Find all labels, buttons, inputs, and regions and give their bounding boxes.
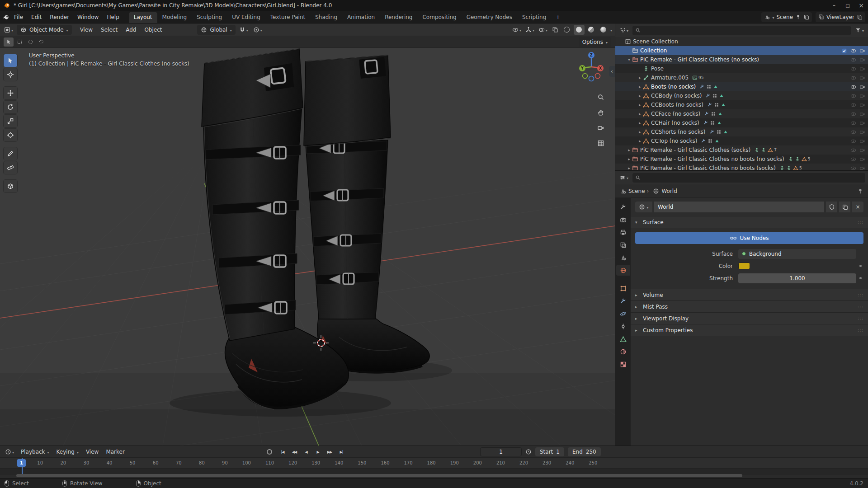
mode-select[interactable]: Object Mode bbox=[17, 25, 72, 35]
zoom-button[interactable] bbox=[596, 92, 606, 102]
use-nodes-button[interactable]: Use Nodes bbox=[635, 232, 863, 244]
navigation-gizmo[interactable]: Z Y X bbox=[574, 49, 609, 83]
disclosure-arrow[interactable]: ▸ bbox=[637, 84, 643, 89]
camera-icon[interactable] bbox=[859, 93, 865, 99]
viewport-canvas[interactable]: User Perspective (1) Collection | PiC Re… bbox=[0, 48, 615, 446]
animate-dot-icon[interactable] bbox=[856, 277, 864, 279]
timeline-scrollbar[interactable] bbox=[16, 474, 742, 477]
outliner-row[interactable]: ▸ Armature.005 95 bbox=[615, 73, 868, 82]
camera-icon[interactable] bbox=[859, 66, 865, 72]
menu-item[interactable]: Help bbox=[103, 12, 123, 22]
outliner-row[interactable]: ▸ PiC Remake - Girl Classic Clothes no b… bbox=[615, 155, 868, 164]
animate-dot-icon[interactable] bbox=[856, 265, 864, 267]
eye-icon[interactable] bbox=[850, 156, 856, 162]
panel-header[interactable]: Volume bbox=[631, 289, 868, 300]
auto-keying-button[interactable] bbox=[267, 449, 272, 455]
scene-selector[interactable]: Scene bbox=[761, 12, 812, 22]
outliner-row[interactable]: ▸ CCShorts (no socks) bbox=[615, 127, 868, 136]
playhead-frame-badge[interactable]: 1 bbox=[17, 459, 26, 467]
pan-hand-button[interactable] bbox=[596, 108, 606, 117]
workspace-tab[interactable]: Rendering bbox=[380, 12, 417, 23]
viewlayer-selector[interactable]: ViewLayer bbox=[816, 12, 865, 22]
menu-item[interactable]: Add bbox=[122, 25, 140, 35]
panel-header[interactable]: Viewport Display bbox=[631, 312, 868, 324]
eye-icon[interactable] bbox=[850, 147, 856, 153]
camera-icon[interactable] bbox=[859, 102, 865, 108]
outliner-row[interactable]: ▸ Boots (no socks) bbox=[615, 82, 868, 91]
outliner-search-input[interactable] bbox=[632, 26, 851, 35]
add-workspace-button[interactable]: + bbox=[552, 14, 564, 20]
properties-editor-type-button[interactable] bbox=[618, 173, 630, 183]
fake-user-button[interactable] bbox=[826, 202, 837, 212]
menu-item[interactable]: Edit bbox=[27, 12, 46, 22]
outliner-row[interactable]: ▸ CCHair (no socks) bbox=[615, 118, 868, 127]
tab-texture[interactable] bbox=[616, 359, 630, 370]
shading-solid-button[interactable] bbox=[574, 25, 585, 35]
panel-header[interactable]: Mist Pass bbox=[631, 300, 868, 312]
use-preview-range-icon[interactable] bbox=[525, 449, 532, 455]
disclosure-arrow[interactable]: ▾ bbox=[626, 57, 632, 62]
timeline-editor-type-button[interactable] bbox=[4, 447, 15, 457]
world-name-field[interactable]: World bbox=[654, 202, 824, 212]
tab-constraints[interactable] bbox=[616, 321, 630, 332]
camera-icon[interactable] bbox=[859, 75, 865, 81]
tab-object[interactable] bbox=[616, 283, 630, 294]
outliner-row[interactable]: ▸ CCTop (no socks) bbox=[615, 136, 868, 145]
transport-button[interactable]: |◀ bbox=[277, 447, 288, 456]
object-visibility-dropdown[interactable] bbox=[511, 25, 523, 35]
blender-logo-icon[interactable] bbox=[3, 14, 9, 20]
scale-tool[interactable] bbox=[4, 115, 17, 127]
workspace-tab[interactable]: Compositing bbox=[417, 12, 461, 23]
disclosure-arrow[interactable]: ▸ bbox=[637, 112, 643, 116]
new-datablock-button[interactable] bbox=[839, 202, 850, 212]
breadcrumb-item[interactable]: World bbox=[645, 188, 677, 194]
cursor-tool[interactable] bbox=[4, 68, 17, 81]
show-overlays-toggle[interactable] bbox=[537, 25, 549, 35]
outliner-row[interactable]: Pose bbox=[615, 64, 868, 73]
workspace-tab[interactable]: Scripting bbox=[517, 12, 551, 23]
outliner-row[interactable]: ▸ CCBoots (no socks) bbox=[615, 100, 868, 109]
workspace-tab[interactable]: Shading bbox=[310, 12, 342, 23]
frame-end-field[interactable]: End 250 bbox=[568, 447, 601, 456]
menu-item[interactable]: Keying bbox=[53, 447, 82, 457]
panel-grip-icon[interactable] bbox=[858, 328, 863, 333]
menu-item[interactable]: Marker bbox=[102, 447, 128, 457]
menu-item[interactable]: Window bbox=[73, 12, 103, 22]
eye-icon[interactable] bbox=[850, 48, 856, 54]
eye-icon[interactable] bbox=[850, 120, 856, 126]
shading-material-button[interactable] bbox=[586, 25, 597, 35]
editor-type-button[interactable] bbox=[3, 25, 14, 35]
menu-item[interactable]: File bbox=[10, 12, 27, 22]
show-gizmo-toggle[interactable] bbox=[524, 25, 536, 35]
transport-button[interactable]: ▶▶ bbox=[324, 447, 335, 456]
select-box-button[interactable] bbox=[14, 38, 24, 47]
eye-icon[interactable] bbox=[850, 75, 856, 81]
current-frame-field[interactable]: 1 bbox=[480, 447, 522, 456]
camera-view-button[interactable] bbox=[596, 123, 606, 133]
workspace-tab[interactable]: Geometry Nodes bbox=[462, 12, 517, 23]
menu-item[interactable]: Select bbox=[97, 25, 122, 35]
eye-icon[interactable] bbox=[850, 111, 856, 117]
tab-material[interactable] bbox=[616, 346, 630, 357]
add-cube-tool[interactable] bbox=[4, 180, 17, 192]
outliner-row[interactable]: ▸ CCFace (no socks) bbox=[615, 109, 868, 118]
outliner-row[interactable]: ▸ PiC Remake - Girl Classic Clothes no b… bbox=[615, 164, 868, 170]
sidebar-collapse-tab[interactable] bbox=[609, 66, 615, 77]
disclosure-arrow[interactable]: ▸ bbox=[637, 139, 643, 143]
select-box-tool[interactable] bbox=[4, 54, 17, 67]
camera-icon[interactable] bbox=[859, 165, 865, 170]
outliner-row[interactable]: ▸ PiC Remake - Girl Classic Clothes (soc… bbox=[615, 145, 868, 155]
disclosure-arrow[interactable]: ▸ bbox=[626, 166, 632, 170]
surface-shader-select[interactable]: Background bbox=[738, 249, 856, 259]
unlink-button[interactable]: × bbox=[852, 202, 863, 212]
copy-icon[interactable] bbox=[857, 14, 863, 20]
tab-scene[interactable] bbox=[616, 252, 630, 263]
eye-icon[interactable] bbox=[850, 66, 856, 72]
disclosure-arrow[interactable]: ▸ bbox=[626, 157, 632, 161]
camera-icon[interactable] bbox=[859, 120, 865, 126]
eye-icon[interactable] bbox=[850, 93, 856, 99]
camera-icon[interactable] bbox=[859, 57, 865, 63]
eye-icon[interactable] bbox=[850, 57, 856, 63]
transform-tool[interactable] bbox=[4, 129, 17, 141]
panel-header[interactable]: Custom Properties bbox=[631, 324, 868, 336]
